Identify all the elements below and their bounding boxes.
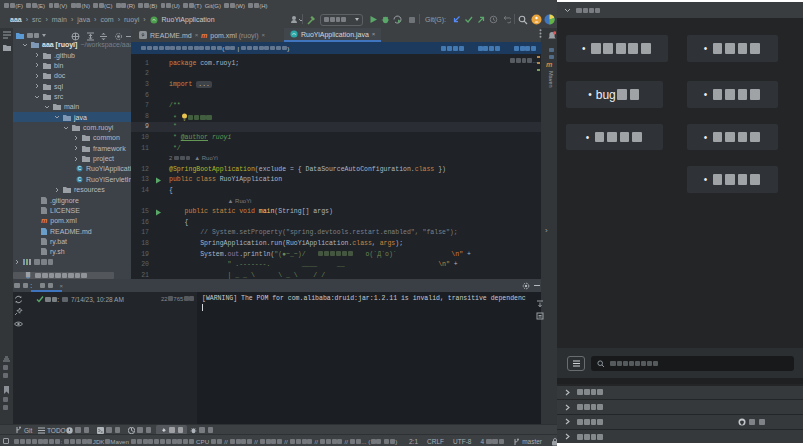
svg-text:C: C [78,177,82,182]
svg-text:C: C [78,167,82,172]
